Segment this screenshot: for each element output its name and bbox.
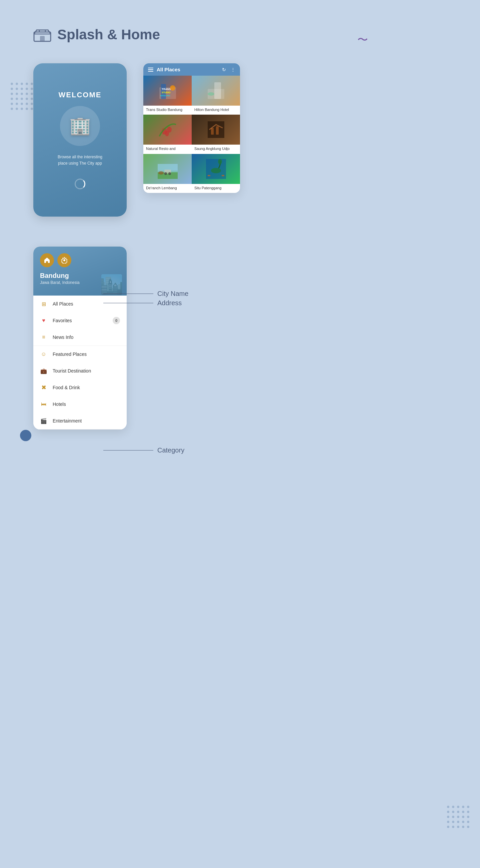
svg-rect-30 [222,175,224,176]
place-label-natural-resto: Natural Resto and [143,145,192,154]
place-item-hilton[interactable]: Hilton Bandung Hotel [192,75,240,115]
place-item-trans-studio[interactable]: TRANS STUDIO BANDUNG Trans Studio Bandun… [143,75,192,115]
splash-circle: 🏢 [60,106,100,146]
place-item-saung[interactable]: Saung Angklung Udjo [192,115,240,154]
svg-point-28 [218,159,222,164]
svg-text:TRANS: TRANS [162,88,171,91]
svg-point-16 [165,131,169,136]
settings-button[interactable] [57,253,71,267]
favorites-badge: 0 [113,317,120,324]
svg-point-25 [168,172,171,175]
place-label-trans-studio: Trans Studio Bandung [143,105,192,115]
food-drink-icon: ✖ [40,384,47,391]
refresh-icon[interactable]: ↻ [222,67,226,72]
store-icon [33,27,51,42]
menu-label-featured-places: Featured Places [53,351,87,357]
wave-decoration: 〜 [357,33,367,47]
loading-spinner [75,179,85,189]
place-thumb-natural-resto [143,115,192,145]
all-places-header: All Places ↻ ⋮ [143,63,240,75]
hotels-icon: 🛏 [40,401,47,408]
entertainment-icon: 🎬 [40,417,47,425]
svg-point-27 [211,168,221,173]
featured-places-icon: ☺ [40,350,47,358]
annotation-line-address [103,303,153,303]
more-options-icon[interactable]: ⋮ [231,67,235,72]
tourist-icon: 💼 [40,367,47,374]
home-header-buttons [40,253,120,267]
place-thumb-hilton [192,75,240,105]
menu-list: ⊞ All Places ♥ Favorites 0 ≡ News Info ☺… [33,296,127,430]
menu-section-categories: ☺ Featured Places 💼 Tourist Destination … [33,346,127,430]
svg-text:BANDUNG: BANDUNG [160,95,170,97]
home-card-header: Bandung Jawa Barat, Indonesia 🏙️ [33,247,127,296]
place-thumb-situ [192,154,240,184]
menu-item-favorites[interactable]: ♥ Favorites 0 [33,312,127,329]
home-button[interactable] [40,253,54,267]
place-thumb-deranch [143,154,192,184]
annotation-city-name: City Name [103,290,188,298]
annotation-line-category [103,450,153,451]
menu-label-tourist-destination: Tourist Destination [53,368,91,374]
svg-text:STUDIO: STUDIO [162,91,171,94]
building-icon: 🏢 [69,116,91,136]
splash-welcome-text: WELCOME [59,91,102,99]
svg-point-31 [63,259,65,261]
favorites-icon: ♥ [40,317,47,324]
annotation-text-city: City Name [157,290,188,298]
home-card: Bandung Jawa Barat, Indonesia 🏙️ ⊞ All P… [33,247,127,430]
annotation-category: Category [103,446,184,454]
place-label-situ: Situ Patenggang [192,184,240,193]
svg-point-22 [158,171,164,175]
splash-subtitle: Browse all the interesting place using T… [53,154,107,166]
place-label-deranch: De'ranch Lembang [143,184,192,193]
menu-label-food-drink: Food & Drink [53,385,80,390]
annotation-line-city [103,293,153,294]
menu-item-entertainment[interactable]: 🎬 Entertainment [33,412,127,429]
place-label-hilton: Hilton Bandung Hotel [192,105,240,115]
menu-icon[interactable] [148,68,153,72]
news-icon: ≡ [40,334,47,341]
svg-rect-18 [211,128,214,135]
annotation-text-address: Address [157,299,182,307]
menu-label-news-info: News Info [53,335,73,340]
annotation-address: Address [103,299,182,307]
menu-item-news-info[interactable]: ≡ News Info [33,329,127,345]
place-item-natural-resto[interactable]: Natural Resto and [143,115,192,154]
page-title: Splash & Home [57,27,160,43]
menu-item-hotels[interactable]: 🛏 Hotels [33,396,127,412]
place-thumb-trans-studio: TRANS STUDIO BANDUNG [143,75,192,105]
menu-label-all-places: All Places [53,301,73,307]
all-places-title: All Places [157,67,217,72]
dot-grid-decoration-topleft [11,83,33,110]
place-item-deranch[interactable]: De'ranch Lembang [143,154,192,193]
menu-label-hotels: Hotels [53,402,66,407]
svg-point-10 [170,85,175,91]
menu-item-featured-places[interactable]: ☺ Featured Places [33,346,127,363]
menu-item-tourist-destination[interactable]: 💼 Tourist Destination [33,363,127,379]
svg-rect-29 [208,175,210,176]
places-grid: TRANS STUDIO BANDUNG Trans Studio Bandun… [143,75,240,193]
svg-rect-19 [216,126,219,135]
splash-card: WELCOME 🏢 Browse all the interesting pla… [33,63,127,217]
blue-circle-decoration [20,430,31,441]
menu-label-favorites: Favorites [53,318,72,323]
all-places-card: All Places ↻ ⋮ TRANS STUDIO BANDUNG Tran… [143,63,240,193]
svg-rect-3 [40,36,45,41]
svg-point-13 [208,92,214,96]
menu-label-entertainment: Entertainment [53,418,82,424]
dot-grid-decoration-bottomright [447,806,469,828]
place-label-saung: Saung Angklung Udjo [192,145,240,154]
menu-item-food-drink[interactable]: ✖ Food & Drink [33,379,127,396]
place-item-situ[interactable]: Situ Patenggang [192,154,240,193]
place-thumb-saung [192,115,240,145]
svg-point-24 [164,172,167,175]
all-places-icon: ⊞ [40,300,47,308]
page-header: Splash & Home [33,27,160,43]
annotation-text-category: Category [157,446,184,454]
